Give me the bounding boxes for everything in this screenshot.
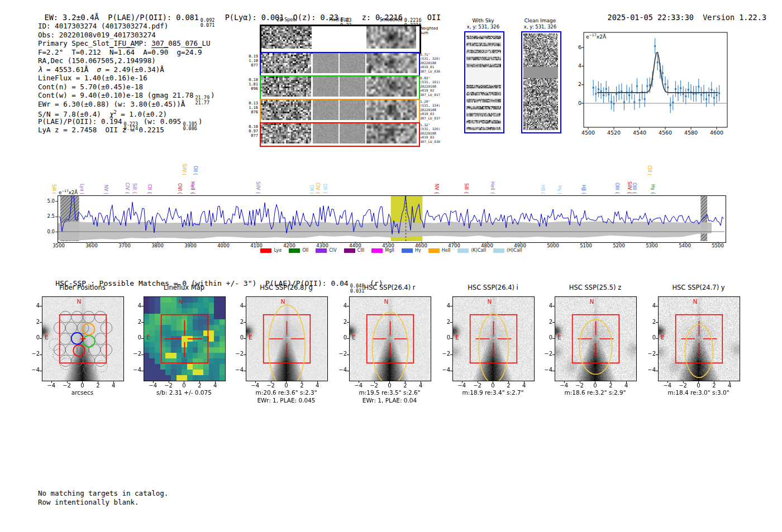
line-fit-plot (578, 30, 732, 134)
panel-caption2: EWr: 1, PLAE: 0.045 (233, 397, 339, 404)
axis-tick-mark (40, 354, 42, 355)
axis-tick-label: −2 (160, 382, 177, 389)
axis-tick-label: 2 (436, 319, 450, 325)
axis-tick-mark (55, 232, 58, 232)
axis-tick-label: 2 (641, 319, 656, 325)
axis-tick-label: 4 (412, 382, 429, 389)
axis-tick-mark (199, 381, 200, 383)
line-id-label: OIII { (614, 183, 619, 194)
axis-tick-mark (552, 322, 555, 323)
axis-tick-label: 4 (538, 303, 552, 309)
panel-caption2: EWr: 1, PLAE: 0.04 (337, 397, 442, 404)
row-weight-value: 076 (245, 110, 258, 114)
row-weight-value: 077 (245, 63, 258, 68)
axis-tick-mark (355, 242, 356, 243)
axis-tick-label: 0 (436, 334, 450, 341)
row-weight-value: 096 (245, 87, 258, 91)
axis-tick-mark (347, 322, 349, 323)
axis-tick-mark (718, 242, 718, 243)
full-spectrum-plot (58, 196, 724, 241)
axis-tick-mark (667, 381, 668, 383)
axis-tick-mark (454, 242, 455, 243)
line-id-label: SiIV { (255, 181, 260, 194)
compass-north-label: N (384, 298, 388, 305)
axis-tick-label: 0 (484, 382, 501, 389)
axis-tick-label: 0 (74, 382, 90, 389)
row-meta-value: (531, 161) (420, 80, 459, 84)
unit-label: e−17x2Å (59, 190, 78, 195)
legend-item: HeII (428, 248, 451, 253)
axis-tick-label: −2 (436, 351, 450, 357)
panel-title: Lineflux Map (132, 284, 236, 291)
row-weight-value: 0.18 (245, 78, 258, 82)
axis-tick-mark (450, 338, 452, 339)
row-meta-value: (531, 326) (420, 56, 459, 60)
axis-tick-label: 2 (569, 81, 581, 87)
axis-tick-label: −4 (43, 382, 60, 389)
row-fiber-weights: 0.191.10077 (245, 54, 258, 68)
row-weight-value: 0.13 (245, 101, 258, 106)
with-sky-coords: x, y: 531, 326 (458, 24, 508, 30)
elixer-report-page: EW: 3.2±0.4Å P(LAE)/P(OII): 0.0810.0920.… (0, 0, 782, 532)
axis-tick-mark (141, 338, 144, 339)
axis-tick-mark (626, 381, 627, 383)
axis-tick-mark (524, 381, 524, 383)
legend-label: MgII (385, 248, 394, 253)
row-2dspec-image (261, 100, 311, 120)
axis-tick-mark (421, 381, 421, 383)
axis-tick-mark (685, 242, 685, 243)
unit-label: e−17x2Å (586, 34, 606, 40)
axis-tick-mark (652, 242, 652, 243)
line-id-label: Hγ ( (557, 185, 561, 194)
axis-tick-mark (244, 354, 246, 355)
row-2dspec-image (261, 123, 311, 143)
axis-tick-label: 4 (569, 63, 581, 69)
axis-tick-label: −2 (59, 382, 75, 389)
axis-tick-label: −4 (127, 367, 141, 373)
legend-label: HeII (442, 248, 451, 253)
axis-tick-mark (552, 338, 555, 339)
axis-tick-mark (286, 381, 287, 383)
axis-tick-mark (289, 242, 290, 243)
line-id-label: CII { (147, 184, 151, 194)
row-meta-value: (531, 326) (420, 127, 459, 131)
axis-tick-label: 0 (25, 334, 40, 341)
panel-caption: m:18.9 re:3.4" s:2.7" (440, 389, 546, 396)
detection-id: ID: 4017303274 (4017303274.pdf) (38, 22, 215, 31)
observation-id: Obs: 20220108v019_4017303274 (38, 31, 215, 40)
axis-tick-mark (55, 217, 58, 217)
panel-title: HSC SSP(26.8) g (235, 284, 338, 291)
panel-overlay (555, 297, 636, 381)
wavelength-sigma-line: λ = 4553.61Å σ = 2.49(±0.34)Å (38, 65, 215, 74)
primary-spec-slot: Primary Spec_Slot_IFU_AMP: 307_085_076_L… (38, 39, 215, 48)
axis-tick-mark (698, 381, 699, 383)
axis-tick-mark (359, 381, 359, 383)
axis-tick-label: 4580 (679, 130, 703, 136)
axis-tick-label: 0 (586, 382, 603, 389)
axis-tick-label: 0 (690, 382, 707, 389)
row-fiber-weights: 0.131.16076 (245, 101, 258, 115)
axis-tick-label: 0.0 (39, 229, 55, 234)
legend-item: (K)CaII (457, 248, 486, 253)
classification-label: OII (423, 13, 441, 22)
compass-east-label: E (557, 334, 561, 341)
axis-tick-label: 5.0 (39, 198, 55, 204)
axis-tick-mark (580, 381, 580, 383)
axis-tick-label: 4 (618, 382, 635, 389)
row-pixelflat-image (313, 100, 365, 120)
axis-tick-label: 2 (602, 382, 619, 389)
row-meta-value: 0.83" (420, 76, 459, 80)
row-meta-value: 20220108 (420, 61, 459, 65)
row-weight-value: 1.16 (245, 106, 258, 110)
axis-tick-label: −4 (247, 382, 264, 389)
panel-title: HSC SSP(26.4) r (338, 284, 441, 291)
axis-tick-mark (141, 371, 144, 371)
row-weight-value: 0.19 (245, 54, 258, 59)
axis-tick-label: 2 (500, 382, 517, 389)
clean-image (523, 33, 558, 130)
axis-tick-mark (59, 242, 59, 243)
panel-overlay (350, 297, 431, 381)
lineflux-line: LineFlux = 1.40(±0.16)e-16 (38, 74, 215, 83)
row-2dspec-image (261, 76, 311, 97)
axis-tick-mark (347, 338, 349, 339)
